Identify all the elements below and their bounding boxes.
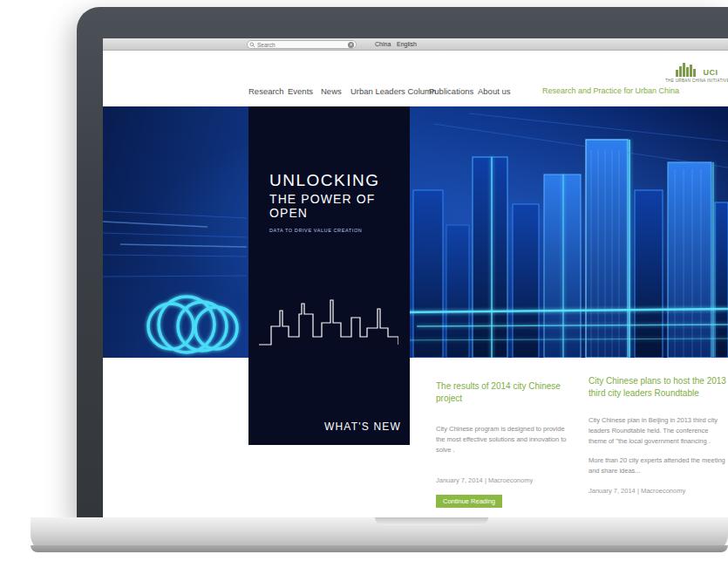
- nav-item-about-us[interactable]: About us: [478, 86, 511, 96]
- nav-item-news[interactable]: News: [321, 86, 342, 96]
- meta-separator: |: [637, 487, 639, 495]
- laptop-base: [31, 517, 728, 552]
- nav-item-events[interactable]: Events: [288, 86, 313, 96]
- site-tagline: Research and Practice for Urban China: [542, 86, 679, 95]
- article-category[interactable]: Macroeconomy: [488, 476, 533, 484]
- continue-reading-button[interactable]: Continue Reading: [436, 495, 502, 508]
- laptop-mockup: ✕ China English Research Events News Urb…: [0, 0, 728, 561]
- hero-title-line2: THE POWER OF OPEN: [269, 192, 401, 220]
- skyline-outline-graphic: [259, 284, 398, 345]
- screen: ✕ China English Research Events News Urb…: [103, 38, 728, 517]
- search-input[interactable]: [255, 42, 348, 48]
- logo-skyline-icon: [676, 62, 702, 77]
- news-section: The results of 2014 city Chinese project…: [103, 358, 728, 517]
- hero-title-line1: UNLOCKING: [269, 171, 401, 190]
- nav-item-research[interactable]: Research: [248, 86, 284, 96]
- website: Research Events News Urban Leaders Colum…: [103, 51, 728, 517]
- hero-cityscape-graphic: [103, 106, 728, 358]
- search-bar[interactable]: ✕: [247, 40, 357, 49]
- article-title[interactable]: City Chinese plans to host the 2013 thir…: [589, 375, 728, 400]
- article-meta: January 7, 2014 | Macroeconomy: [436, 476, 568, 484]
- article-body: City Chinese plan in Beijing in 2013 thi…: [589, 415, 728, 447]
- language-option-english[interactable]: English: [397, 41, 417, 47]
- article-body: City Chinese program is designed to prov…: [436, 424, 568, 455]
- clear-search-icon[interactable]: ✕: [348, 42, 354, 48]
- meta-separator: |: [485, 476, 486, 484]
- nav-item-publications[interactable]: Publications: [429, 86, 473, 96]
- article-title[interactable]: The results of 2014 city Chinese project: [436, 380, 568, 405]
- uci-logo[interactable]: UCI THE URBAN CHINA INITIATIVE: [665, 62, 728, 83]
- logo-name: THE URBAN CHINA INITIATIVE: [665, 79, 728, 83]
- article-meta: January 7, 2014 | Macroeconomy: [589, 487, 728, 495]
- hero-subtitle: DATA TO DRIVE VALUE CREATION: [269, 228, 401, 233]
- laptop-frame: ✕ China English Research Events News Urb…: [77, 7, 728, 522]
- article-body-2: More than 20 city experts attended the m…: [589, 455, 728, 476]
- logo-acronym: UCI: [704, 68, 718, 77]
- whats-new-label: WHAT'S NEW: [324, 421, 401, 433]
- browser-chrome: ✕ China English: [103, 38, 728, 51]
- article-card: The results of 2014 city Chinese project…: [436, 380, 568, 508]
- hero-banner-panel: UNLOCKING THE POWER OF OPEN DATA TO DRIV…: [248, 106, 410, 445]
- nav-item-urban-leaders-column[interactable]: Urban Leaders Column: [350, 86, 436, 96]
- site-header: Research Events News Urban Leaders Colum…: [103, 51, 728, 106]
- article-category[interactable]: Macroeconomy: [641, 487, 685, 495]
- language-option-china[interactable]: China: [375, 41, 391, 47]
- article-date: January 7, 2014: [436, 476, 483, 484]
- article-card: City Chinese plans to host the 2013 thir…: [589, 375, 728, 495]
- search-icon: [249, 42, 255, 48]
- hero-section: [103, 106, 728, 358]
- article-date: January 7, 2014: [589, 487, 636, 495]
